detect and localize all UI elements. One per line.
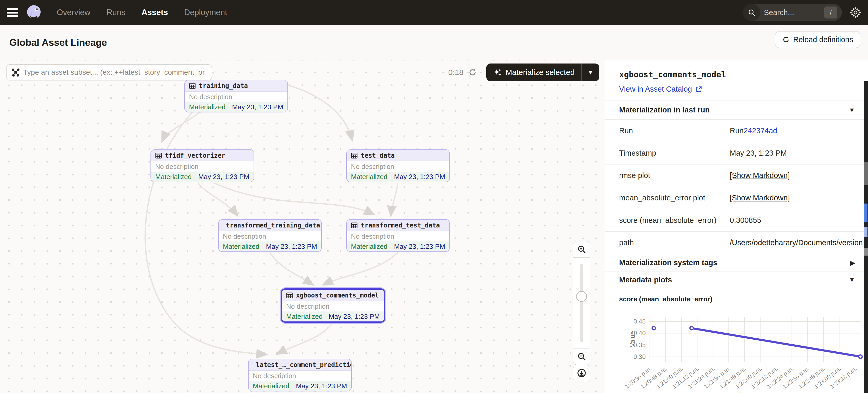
- zoom-slider[interactable]: [573, 257, 590, 349]
- chevron-down-icon: ▼: [849, 106, 855, 114]
- asset-lineage-canvas[interactable]: 0:18 Materialize selected ▼ trainin: [0, 60, 605, 393]
- svg-text:Timestamp: Timestamp: [737, 391, 769, 393]
- svg-text:0.30: 0.30: [633, 353, 646, 360]
- materialize-selected-button[interactable]: Materialize selected ▼: [486, 64, 599, 81]
- status-badge: Materialized: [351, 173, 388, 181]
- table-icon: [155, 152, 162, 159]
- table-row-mae-plot: mean_absolute_error plot [Show Markdown]: [605, 187, 864, 209]
- asset-node-test-data[interactable]: test_data No description MaterializedMay…: [346, 150, 450, 182]
- zoom-slider-handle[interactable]: [576, 291, 587, 302]
- top-nav: Overview Runs Assets Deployment /: [0, 0, 868, 25]
- asset-subset-filter[interactable]: [6, 64, 212, 80]
- dagster-logo[interactable]: [26, 4, 42, 21]
- nav-tab-deployment[interactable]: Deployment: [184, 8, 227, 17]
- asset-detail-title: xgboost_comments_model: [619, 70, 864, 79]
- search-shortcut-badge: /: [824, 6, 837, 19]
- nav-tab-overview[interactable]: Overview: [57, 8, 90, 17]
- zoom-controls: [573, 241, 590, 365]
- asset-node-transformed-training-data[interactable]: transformed_training_data No description…: [218, 219, 322, 252]
- table-row-timestamp: Timestamp May 23, 1:23 PM: [605, 142, 864, 164]
- zoom-in-button[interactable]: [573, 241, 590, 257]
- table-icon: [286, 292, 293, 299]
- status-badge: Materialized: [253, 382, 289, 390]
- table-icon: [351, 152, 358, 159]
- table-icon: [189, 83, 196, 89]
- asset-node-training-data[interactable]: training_data No description Materialize…: [184, 79, 288, 112]
- nav-tab-runs[interactable]: Runs: [106, 8, 125, 17]
- asset-node-tfidf-vectorizer[interactable]: tfidf_vectorizer No description Material…: [151, 150, 254, 182]
- zoom-slider-rail: [580, 264, 583, 342]
- asset-detail-panel: xgboost_comments_model View in Asset Cat…: [605, 60, 864, 393]
- refresh-icon[interactable]: [468, 68, 477, 77]
- chevron-down-icon: ▼: [849, 276, 855, 284]
- svg-text:0.45: 0.45: [633, 318, 646, 325]
- chevron-right-icon: ▶: [850, 259, 855, 266]
- status-badge: Materialized: [286, 313, 322, 321]
- reload-icon: [782, 36, 790, 43]
- table-icon: [351, 222, 358, 229]
- asset-node-xgboost-comments-model[interactable]: xgboost_comments_model No description Ma…: [281, 288, 385, 323]
- metadata-chart-title: score (mean_absolute_error): [619, 295, 864, 303]
- asset-node-latest-comment-predictions[interactable]: latest_…_comment_predictions No descript…: [248, 359, 352, 391]
- table-row-rmse-plot: rmse plot [Show Markdown]: [605, 164, 864, 187]
- page-title: Global Asset Lineage: [9, 37, 107, 48]
- status-badge: Materialized: [189, 103, 225, 111]
- refresh-timer: 0:18: [448, 68, 463, 77]
- nav-tabs: Overview Runs Assets Deployment: [57, 8, 227, 17]
- materialization-table: Run Run 242374ad Timestamp May 23, 1:23 …: [605, 120, 864, 254]
- table-row-run: Run Run 242374ad: [605, 120, 864, 142]
- status-badge: Materialized: [155, 173, 192, 181]
- run-id-link[interactable]: 242374ad: [744, 127, 777, 135]
- external-link-icon: [695, 86, 703, 93]
- page-header: Global Asset Lineage Reload definitions: [0, 25, 868, 60]
- section-materialization-system-tags[interactable]: Materialization system tags ▶: [605, 254, 864, 271]
- global-search[interactable]: /: [743, 4, 842, 21]
- section-materialization-last-run[interactable]: Materialization in last run ▼: [605, 100, 864, 120]
- table-row-score: score (mean_absolute_error) 0.300855: [605, 209, 864, 232]
- show-markdown-link[interactable]: [Show Markdown]: [730, 171, 790, 180]
- window-edge-strip: [864, 81, 868, 393]
- asset-node-transformed-test-data[interactable]: transformed_test_data No description Mat…: [346, 219, 450, 252]
- reload-definitions-button[interactable]: Reload definitions: [775, 31, 860, 48]
- settings-gear-icon[interactable]: [850, 7, 861, 18]
- sparkles-icon: [493, 68, 502, 77]
- view-in-asset-catalog-link[interactable]: View in Asset Catalog: [619, 85, 864, 93]
- path-link[interactable]: /Users/odetteharary/Documents/version: [730, 238, 863, 247]
- nav-tab-assets[interactable]: Assets: [142, 8, 168, 17]
- table-row-path: path /Users/odetteharary/Documents/versi…: [605, 232, 864, 254]
- search-icon: [743, 4, 760, 21]
- status-badge: Materialized: [223, 242, 259, 251]
- metadata-chart: 1:20:36 p.m.1:20:48 p.m.1:21:00 p.m.1:21…: [606, 305, 863, 393]
- status-badge: Materialized: [351, 242, 388, 251]
- asset-subset-input[interactable]: [23, 68, 206, 76]
- search-input[interactable]: [764, 8, 816, 17]
- hamburger-menu-icon[interactable]: [7, 8, 18, 17]
- recenter-download-button[interactable]: [573, 365, 590, 382]
- materialize-dropdown-caret[interactable]: ▼: [582, 69, 599, 76]
- section-metadata-plots[interactable]: Metadata plots ▼: [605, 271, 864, 288]
- asset-graph-icon: [11, 68, 20, 77]
- svg-text:Value: Value: [629, 331, 636, 347]
- zoom-out-button[interactable]: [573, 349, 590, 365]
- show-markdown-link[interactable]: [Show Markdown]: [730, 194, 790, 202]
